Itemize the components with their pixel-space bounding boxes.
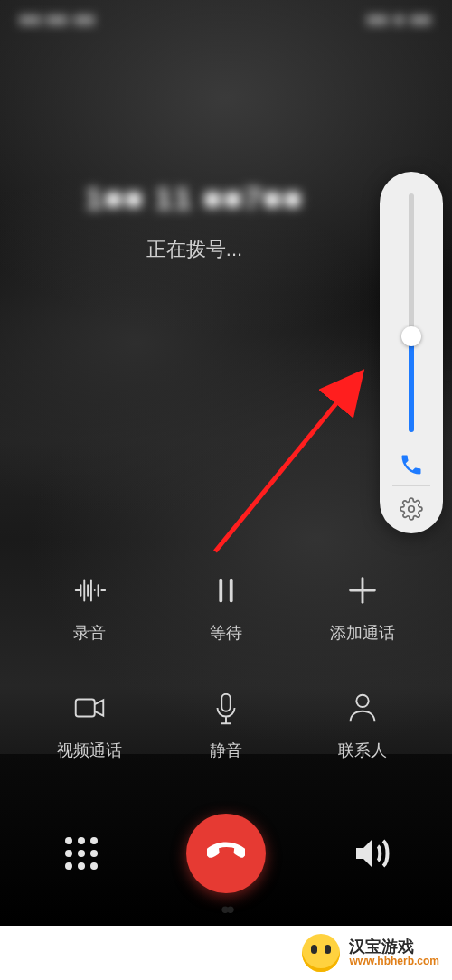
video-call-button[interactable]: 视频通话: [22, 687, 158, 761]
svg-point-0: [409, 506, 415, 513]
caller-block: 1■■ 11 ■■7■■ 正在拨号...: [0, 181, 389, 263]
svg-rect-7: [221, 694, 231, 711]
svg-point-10: [78, 837, 85, 844]
svg-point-12: [65, 850, 72, 857]
volume-fill: [409, 336, 414, 432]
svg-point-15: [65, 862, 72, 870]
call-actions-grid: 录音 等待 添加通话 视频通话 静音 联系人: [0, 570, 452, 761]
watermark-strip: 汉宝游戏 www.hbherb.com: [0, 926, 452, 980]
svg-point-11: [90, 837, 98, 844]
watermark-text: 汉宝游戏 www.hbherb.com: [349, 938, 439, 968]
pause-icon: [205, 570, 247, 611]
contacts-button[interactable]: 联系人: [294, 687, 430, 761]
speaker-button[interactable]: [349, 832, 392, 875]
mute-button[interactable]: 静音: [158, 687, 295, 761]
video-icon: [69, 687, 110, 729]
plus-icon: [342, 570, 383, 611]
watermark-logo-icon: [302, 934, 340, 972]
volume-slider[interactable]: [409, 193, 414, 432]
caller-number: 1■■ 11 ■■7■■: [0, 181, 389, 216]
status-indicators: ■■ ■ ■■: [368, 12, 432, 28]
phone-hangup-icon: [207, 833, 245, 874]
volume-thumb[interactable]: [401, 326, 421, 346]
record-button[interactable]: 录音: [22, 570, 158, 644]
watermark-url: www.hbherb.com: [349, 956, 439, 967]
volume-panel: [380, 172, 443, 533]
svg-point-16: [78, 862, 85, 870]
svg-point-17: [90, 862, 98, 870]
watermark-title: 汉宝游戏: [349, 938, 414, 956]
svg-rect-6: [76, 699, 95, 716]
svg-point-8: [356, 695, 368, 707]
status-bar: ■■:■■ ■■ ■■ ■ ■■: [0, 0, 452, 40]
mic-icon: [205, 687, 247, 729]
hold-label: 等待: [210, 622, 242, 644]
bottom-bar: [0, 808, 452, 899]
waveform-icon: [69, 570, 110, 611]
phone-icon: [399, 452, 424, 477]
record-label: 录音: [73, 622, 106, 644]
svg-point-13: [78, 850, 85, 857]
gear-icon[interactable]: [400, 497, 423, 521]
person-icon: [342, 687, 383, 729]
video-call-label: 视频通话: [57, 740, 122, 761]
add-call-button[interactable]: 添加通话: [294, 570, 430, 644]
divider: [392, 485, 430, 486]
svg-point-9: [65, 837, 72, 844]
status-time: ■■:■■ ■■: [20, 12, 96, 28]
mute-label: 静音: [210, 740, 242, 761]
hangup-button[interactable]: [186, 814, 266, 893]
dialpad-button[interactable]: [60, 832, 103, 875]
call-state-text: 正在拨号...: [0, 236, 389, 263]
svg-point-14: [90, 850, 98, 857]
hold-button[interactable]: 等待: [158, 570, 295, 644]
ellipsis-indicator: ••: [221, 895, 231, 924]
contacts-label: 联系人: [338, 740, 387, 761]
add-call-label: 添加通话: [330, 622, 395, 644]
